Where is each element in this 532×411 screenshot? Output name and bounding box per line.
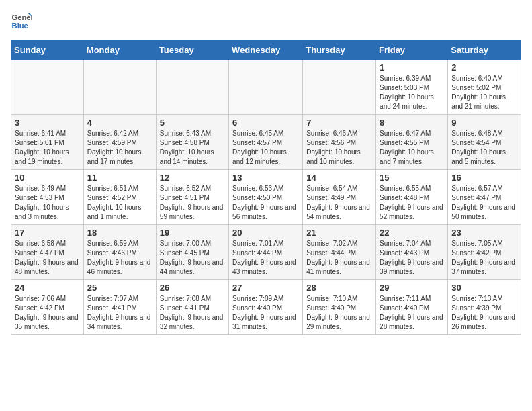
- day-number: 17: [15, 228, 80, 238]
- calendar-cell: 17Sunrise: 6:58 AM Sunset: 4:47 PM Dayli…: [11, 225, 84, 280]
- calendar-cell: 15Sunrise: 6:55 AM Sunset: 4:48 PM Dayli…: [376, 170, 448, 225]
- calendar-week-1: 1Sunrise: 6:39 AM Sunset: 5:03 PM Daylig…: [11, 60, 521, 115]
- day-number: 22: [380, 228, 444, 238]
- calendar-cell: 26Sunrise: 7:08 AM Sunset: 4:41 PM Dayli…: [156, 280, 228, 335]
- day-info: Sunrise: 7:07 AM Sunset: 4:41 PM Dayligh…: [87, 294, 152, 332]
- day-number: 20: [232, 228, 299, 238]
- calendar-cell: 9Sunrise: 6:48 AM Sunset: 4:54 PM Daylig…: [448, 115, 521, 170]
- day-number: 7: [306, 118, 372, 128]
- day-number: 21: [306, 228, 372, 238]
- calendar-cell: 8Sunrise: 6:47 AM Sunset: 4:55 PM Daylig…: [376, 115, 448, 170]
- day-number: 29: [380, 283, 444, 293]
- day-info: Sunrise: 7:05 AM Sunset: 4:42 PM Dayligh…: [451, 239, 517, 277]
- calendar-cell: [156, 60, 228, 115]
- calendar-cell: 21Sunrise: 7:02 AM Sunset: 4:44 PM Dayli…: [303, 225, 376, 280]
- day-number: 27: [232, 283, 299, 293]
- day-number: 2: [451, 62, 517, 73]
- calendar-cell: [229, 60, 303, 115]
- calendar-cell: 7Sunrise: 6:46 AM Sunset: 4:56 PM Daylig…: [303, 115, 376, 170]
- calendar-cell: 1Sunrise: 6:39 AM Sunset: 5:03 PM Daylig…: [376, 60, 448, 115]
- calendar-cell: 22Sunrise: 7:04 AM Sunset: 4:43 PM Dayli…: [376, 225, 448, 280]
- day-info: Sunrise: 6:45 AM Sunset: 4:57 PM Dayligh…: [232, 129, 299, 167]
- calendar-cell: [303, 60, 376, 115]
- day-info: Sunrise: 6:53 AM Sunset: 4:50 PM Dayligh…: [232, 184, 299, 222]
- day-info: Sunrise: 6:47 AM Sunset: 4:55 PM Dayligh…: [380, 129, 444, 167]
- logo: General Blue: [11, 11, 35, 32]
- day-info: Sunrise: 7:11 AM Sunset: 4:40 PM Dayligh…: [380, 294, 444, 332]
- day-info: Sunrise: 6:48 AM Sunset: 4:54 PM Dayligh…: [451, 129, 517, 167]
- weekday-header-monday: Monday: [83, 41, 156, 60]
- day-info: Sunrise: 6:51 AM Sunset: 4:52 PM Dayligh…: [87, 184, 152, 222]
- day-info: Sunrise: 7:13 AM Sunset: 4:39 PM Dayligh…: [451, 294, 517, 332]
- calendar-cell: 5Sunrise: 6:43 AM Sunset: 4:58 PM Daylig…: [156, 115, 228, 170]
- svg-text:General: General: [12, 13, 32, 21]
- calendar-cell: 3Sunrise: 6:41 AM Sunset: 5:01 PM Daylig…: [11, 115, 84, 170]
- day-number: 3: [15, 118, 80, 128]
- day-number: 23: [451, 228, 517, 238]
- calendar-cell: 28Sunrise: 7:10 AM Sunset: 4:40 PM Dayli…: [303, 280, 376, 335]
- weekday-header-saturday: Saturday: [448, 41, 521, 60]
- day-info: Sunrise: 7:09 AM Sunset: 4:40 PM Dayligh…: [232, 294, 299, 332]
- day-number: 6: [232, 118, 299, 128]
- day-number: 11: [87, 173, 152, 183]
- day-number: 5: [160, 118, 225, 128]
- weekday-header-tuesday: Tuesday: [156, 41, 228, 60]
- day-number: 26: [160, 283, 225, 293]
- calendar-cell: 14Sunrise: 6:54 AM Sunset: 4:49 PM Dayli…: [303, 170, 376, 225]
- day-info: Sunrise: 7:10 AM Sunset: 4:40 PM Dayligh…: [306, 294, 372, 332]
- calendar-cell: 13Sunrise: 6:53 AM Sunset: 4:50 PM Dayli…: [229, 170, 303, 225]
- day-number: 30: [451, 283, 517, 293]
- svg-text:Blue: Blue: [12, 21, 28, 30]
- calendar-cell: 12Sunrise: 6:52 AM Sunset: 4:51 PM Dayli…: [156, 170, 228, 225]
- calendar-cell: [11, 60, 84, 115]
- day-info: Sunrise: 6:54 AM Sunset: 4:49 PM Dayligh…: [306, 184, 372, 222]
- day-info: Sunrise: 6:59 AM Sunset: 4:46 PM Dayligh…: [87, 239, 152, 277]
- calendar-cell: 30Sunrise: 7:13 AM Sunset: 4:39 PM Dayli…: [448, 280, 521, 335]
- calendar-cell: 24Sunrise: 7:06 AM Sunset: 4:42 PM Dayli…: [11, 280, 84, 335]
- calendar-cell: 27Sunrise: 7:09 AM Sunset: 4:40 PM Dayli…: [229, 280, 303, 335]
- calendar-cell: 16Sunrise: 6:57 AM Sunset: 4:47 PM Dayli…: [448, 170, 521, 225]
- day-info: Sunrise: 6:42 AM Sunset: 4:59 PM Dayligh…: [87, 129, 152, 167]
- day-info: Sunrise: 6:43 AM Sunset: 4:58 PM Dayligh…: [160, 129, 225, 167]
- day-number: 25: [87, 283, 152, 293]
- calendar-cell: 4Sunrise: 6:42 AM Sunset: 4:59 PM Daylig…: [83, 115, 156, 170]
- calendar-cell: 11Sunrise: 6:51 AM Sunset: 4:52 PM Dayli…: [83, 170, 156, 225]
- day-info: Sunrise: 7:02 AM Sunset: 4:44 PM Dayligh…: [306, 239, 372, 277]
- calendar-cell: [83, 60, 156, 115]
- calendar-cell: 20Sunrise: 7:01 AM Sunset: 4:44 PM Dayli…: [229, 225, 303, 280]
- day-number: 24: [15, 283, 80, 293]
- day-number: 15: [380, 173, 444, 183]
- page-header: General Blue: [11, 11, 521, 32]
- day-info: Sunrise: 6:57 AM Sunset: 4:47 PM Dayligh…: [451, 184, 517, 222]
- calendar-cell: 25Sunrise: 7:07 AM Sunset: 4:41 PM Dayli…: [83, 280, 156, 335]
- day-info: Sunrise: 6:46 AM Sunset: 4:56 PM Dayligh…: [306, 129, 372, 167]
- day-info: Sunrise: 7:06 AM Sunset: 4:42 PM Dayligh…: [15, 294, 80, 332]
- day-number: 8: [380, 118, 444, 128]
- calendar-week-2: 3Sunrise: 6:41 AM Sunset: 5:01 PM Daylig…: [11, 115, 521, 170]
- calendar-cell: 10Sunrise: 6:49 AM Sunset: 4:53 PM Dayli…: [11, 170, 84, 225]
- day-info: Sunrise: 7:04 AM Sunset: 4:43 PM Dayligh…: [380, 239, 444, 277]
- day-info: Sunrise: 6:41 AM Sunset: 5:01 PM Dayligh…: [15, 129, 80, 167]
- weekday-header-sunday: Sunday: [11, 41, 84, 60]
- day-info: Sunrise: 6:55 AM Sunset: 4:48 PM Dayligh…: [380, 184, 444, 222]
- day-number: 13: [232, 173, 299, 183]
- day-info: Sunrise: 6:58 AM Sunset: 4:47 PM Dayligh…: [15, 239, 80, 277]
- weekday-header-row: SundayMondayTuesdayWednesdayThursdayFrid…: [11, 41, 521, 60]
- day-number: 4: [87, 118, 152, 128]
- calendar-week-4: 17Sunrise: 6:58 AM Sunset: 4:47 PM Dayli…: [11, 225, 521, 280]
- day-number: 28: [306, 283, 372, 293]
- weekday-header-wednesday: Wednesday: [229, 41, 303, 60]
- logo-icon: General Blue: [11, 11, 32, 32]
- day-number: 12: [160, 173, 225, 183]
- weekday-header-thursday: Thursday: [303, 41, 376, 60]
- day-info: Sunrise: 7:00 AM Sunset: 4:45 PM Dayligh…: [160, 239, 225, 277]
- calendar-cell: 23Sunrise: 7:05 AM Sunset: 4:42 PM Dayli…: [448, 225, 521, 280]
- day-number: 1: [380, 62, 444, 73]
- day-number: 16: [451, 173, 517, 183]
- day-number: 18: [87, 228, 152, 238]
- day-number: 14: [306, 173, 372, 183]
- calendar-table: SundayMondayTuesdayWednesdayThursdayFrid…: [11, 40, 521, 335]
- calendar-week-3: 10Sunrise: 6:49 AM Sunset: 4:53 PM Dayli…: [11, 170, 521, 225]
- day-number: 19: [160, 228, 225, 238]
- calendar-cell: 29Sunrise: 7:11 AM Sunset: 4:40 PM Dayli…: [376, 280, 448, 335]
